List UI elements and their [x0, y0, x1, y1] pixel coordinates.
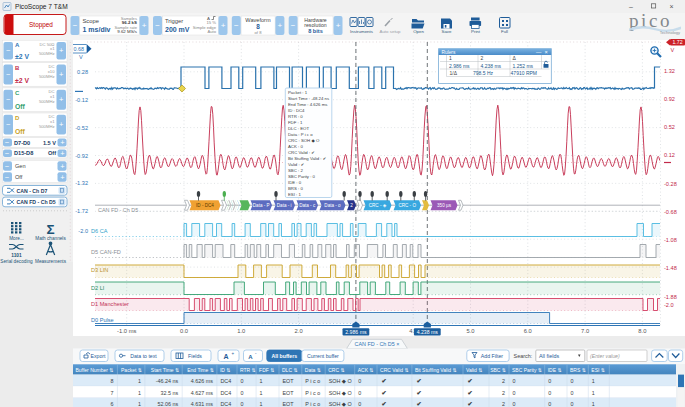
svg-text:BRS ⇅: BRS ⇅	[570, 367, 586, 373]
svg-text:Off: Off	[48, 150, 56, 156]
svg-text:Scope: Scope	[83, 18, 99, 24]
svg-text:Full: Full	[501, 29, 508, 34]
svg-text:ESI ⇅: ESI ⇅	[591, 367, 605, 373]
svg-text:4.626 ms: 4.626 ms	[191, 378, 213, 384]
svg-text:DC4: DC4	[220, 401, 231, 407]
svg-text:CAN FD - Ch D5: CAN FD - Ch D5	[17, 199, 56, 205]
svg-text:–: –	[629, 3, 633, 10]
svg-text:CAN FD - Ch D5 ×: CAN FD - Ch D5 ×	[355, 341, 400, 347]
svg-text:Off: Off	[15, 128, 26, 135]
svg-text:×: ×	[545, 49, 548, 55]
svg-text:6.0: 6.0	[524, 328, 532, 334]
svg-text:1: 1	[138, 401, 141, 407]
svg-text:0: 0	[571, 401, 574, 407]
svg-text:EOT: EOT	[283, 378, 295, 384]
svg-text:SBC Parity : 0: SBC Parity : 0	[288, 174, 316, 179]
svg-text:V: V	[671, 47, 675, 53]
svg-text:9.62 MS/s: 9.62 MS/s	[117, 29, 138, 34]
svg-text:1: 1	[260, 390, 263, 396]
svg-text:SBC Parity ⇅: SBC Parity ⇅	[512, 367, 542, 373]
svg-text:1.0: 1.0	[237, 328, 245, 334]
svg-text:2: 2	[502, 390, 505, 396]
svg-text:+: +	[221, 21, 226, 30]
svg-text:-1.48: -1.48	[664, 265, 677, 271]
svg-text:✔: ✔	[381, 390, 386, 396]
svg-text:B: B	[15, 65, 20, 71]
svg-text:Data ⇅: Data ⇅	[305, 367, 321, 373]
svg-text:−: −	[73, 21, 78, 30]
svg-text:0: 0	[358, 401, 361, 407]
svg-text:CRC - ◈: CRC - ◈	[369, 203, 387, 208]
svg-text:1.5 V: 1.5 V	[43, 140, 56, 146]
svg-text:0: 0	[241, 390, 244, 396]
svg-text:D2 LI: D2 LI	[91, 285, 105, 291]
svg-text:✔: ✔	[467, 390, 472, 396]
svg-text:Auto setup: Auto setup	[380, 29, 402, 34]
svg-text:Off: Off	[15, 103, 26, 110]
svg-text:0: 0	[513, 378, 516, 384]
svg-text:-0.28: -0.28	[664, 181, 677, 187]
svg-text:1: 1	[592, 390, 595, 396]
svg-text:✔: ✔	[467, 401, 472, 407]
svg-text:−: −	[155, 21, 160, 30]
svg-text:Start Time ⇅: Start Time ⇅	[151, 367, 179, 373]
svg-text:0: 0	[548, 401, 551, 407]
svg-text:−: −	[6, 120, 11, 129]
svg-text:CRC Valid : ✔: CRC Valid : ✔	[288, 150, 315, 155]
svg-text:-0.52: -0.52	[75, 125, 88, 131]
svg-text:Auto: Auto	[207, 29, 216, 34]
svg-text:D7-D0: D7-D0	[14, 140, 30, 146]
svg-text:Buffer Number ⇅: Buffer Number ⇅	[76, 367, 114, 373]
svg-text:BRS : 0: BRS : 0	[288, 186, 303, 191]
svg-text:Bit Stuffing Valid : ✔: Bit Stuffing Valid : ✔	[288, 156, 327, 161]
svg-text:4.631 ms: 4.631 ms	[191, 401, 213, 407]
svg-text:+: +	[60, 149, 65, 158]
svg-text:−: −	[5, 138, 10, 147]
svg-text:1: 1	[260, 401, 263, 407]
svg-text:Instruments: Instruments	[350, 29, 374, 34]
svg-text:D15-D8: D15-D8	[14, 150, 33, 156]
svg-text:P i c o: P i c o	[305, 390, 320, 396]
svg-text:+: +	[60, 173, 65, 182]
svg-text:✔: ✔	[381, 401, 386, 407]
svg-text:1: 1	[260, 378, 263, 384]
svg-text:✔: ✔	[381, 378, 386, 384]
svg-text:SOH ◆ O: SOH ◆ O	[329, 401, 352, 407]
svg-text:7.0: 7.0	[581, 328, 589, 334]
svg-text:CAN - Ch D7: CAN - Ch D7	[17, 188, 48, 194]
svg-text:Save: Save	[441, 29, 452, 34]
svg-text:-2.0: -2.0	[664, 302, 674, 308]
svg-text:✔: ✔	[416, 390, 421, 396]
svg-text:4.238 ms: 4.238 ms	[417, 329, 439, 335]
svg-text:798.5 Hz: 798.5 Hz	[473, 70, 494, 76]
svg-text:0: 0	[548, 390, 551, 396]
svg-text:500MHz: 500MHz	[39, 124, 55, 129]
svg-text:FDF ⇅: FDF ⇅	[259, 367, 274, 373]
svg-text:+: +	[278, 21, 283, 30]
svg-text:A: A	[248, 354, 253, 360]
svg-text:0: 0	[241, 378, 244, 384]
svg-text:DLC ⇅: DLC ⇅	[282, 367, 298, 373]
svg-text:0.68: 0.68	[73, 46, 84, 52]
svg-text:+: +	[59, 95, 64, 104]
svg-text:FDF : 1: FDF : 1	[288, 120, 303, 125]
svg-text:-1.88: -1.88	[664, 294, 677, 300]
svg-text:✔: ✔	[416, 378, 421, 384]
svg-text:ACK : 0: ACK : 0	[288, 144, 303, 149]
svg-text:Data to text: Data to text	[130, 353, 157, 359]
svg-text:C: C	[15, 90, 20, 96]
svg-text:CAN FD - Ch D5: CAN FD - Ch D5	[98, 207, 138, 213]
svg-text:0: 0	[571, 390, 574, 396]
svg-text:0.52: 0.52	[664, 124, 675, 130]
svg-text:1: 1	[592, 401, 595, 407]
svg-text:(Enter value): (Enter value)	[590, 353, 620, 359]
svg-text:1 ms/div: 1 ms/div	[83, 26, 111, 33]
svg-text:D3 LIN: D3 LIN	[91, 267, 108, 273]
svg-text:A: A	[223, 353, 228, 360]
svg-text:7: 7	[110, 390, 113, 396]
svg-text:Bit Stuffing Valid ⇅: Bit Stuffing Valid ⇅	[415, 367, 457, 373]
svg-text:Current buffer: Current buffer	[307, 353, 339, 359]
svg-text:P i c o: P i c o	[305, 401, 320, 407]
svg-text:47910 RPM: 47910 RPM	[511, 70, 537, 76]
svg-text:0: 0	[358, 390, 361, 396]
